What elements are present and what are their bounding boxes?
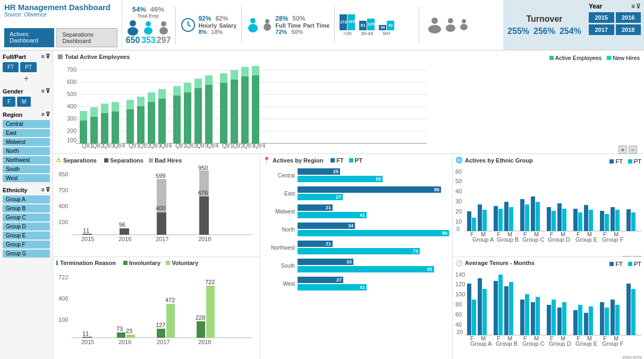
actives-region-title: Actives by Region — [273, 157, 323, 164]
chart-expand-btn[interactable]: + — [618, 146, 627, 154]
svg-text:Qtr4: Qtr4 — [114, 142, 125, 149]
ethnicity-group-d[interactable]: Group D — [3, 223, 50, 230]
svg-rect-135 — [472, 218, 476, 231]
year-2015[interactable]: 2015 — [589, 12, 614, 23]
svg-rect-77 — [241, 67, 249, 76]
ethnicity-filter-icon[interactable]: ≡ — [41, 186, 45, 193]
fullpart-ft-btn[interactable]: FT — [3, 62, 19, 72]
ethnicity-group-f[interactable]: Group F — [3, 241, 50, 249]
svg-text:100: 100 — [58, 219, 68, 225]
svg-text:80: 80 — [455, 301, 462, 307]
svg-rect-37 — [101, 113, 108, 143]
ethnicity-group-a[interactable]: Group A — [3, 195, 50, 203]
svg-rect-116 — [157, 329, 165, 338]
ft-pct: 28% — [275, 15, 288, 22]
svg-point-10 — [264, 23, 271, 31]
ethnicity-group-c[interactable]: Group C — [3, 213, 50, 221]
region-midwest[interactable]: Midwest — [3, 138, 50, 146]
warning-icon: ⚠ — [56, 157, 61, 164]
svg-rect-202 — [531, 302, 535, 335]
svg-rect-156 — [552, 211, 556, 231]
gender-funnel-icon[interactable]: ⊽ — [46, 88, 50, 95]
svg-rect-224 — [615, 305, 620, 335]
region-row-north: North 34 90 — [263, 223, 450, 236]
region-central[interactable]: Central — [3, 120, 50, 128]
info-icon: ℹ — [56, 260, 58, 267]
svg-text:228: 228 — [196, 314, 205, 321]
source-label: Source: Obvience — [4, 12, 117, 18]
svg-rect-79 — [252, 75, 259, 143]
count-total: 650 — [126, 36, 140, 45]
region-funnel-icon[interactable]: ⊽ — [46, 111, 50, 118]
svg-rect-222 — [605, 307, 609, 335]
year-2016[interactable]: 2016 — [616, 12, 641, 23]
svg-rect-80 — [252, 66, 259, 75]
svg-text:200: 200 — [67, 127, 77, 134]
svg-rect-157 — [557, 203, 562, 231]
svg-rect-47 — [137, 106, 145, 143]
svg-text:Group B: Group B — [496, 340, 518, 347]
year-2018[interactable]: 2018 — [616, 24, 641, 35]
tab-separations[interactable]: Separations Dashboard — [56, 28, 117, 47]
turnover-val1: 255% — [507, 27, 529, 36]
svg-rect-88 — [82, 234, 92, 235]
svg-text:400: 400 — [58, 295, 68, 302]
svg-rect-74 — [231, 70, 238, 80]
turnover-title: Turnover — [526, 14, 562, 24]
legend-active: Active Employees — [555, 55, 601, 61]
ethnicity-funnel-icon[interactable]: ⊽ — [46, 186, 50, 193]
region-west[interactable]: West — [3, 174, 50, 182]
region-south[interactable]: South — [3, 165, 50, 173]
gender-section: Gender ≡ ⊽ F M — [3, 88, 50, 107]
svg-rect-136 — [478, 204, 482, 231]
svg-rect-71 — [220, 73, 227, 83]
region-filter-icon[interactable]: ≡ — [41, 111, 45, 118]
gender-f-btn[interactable]: F — [3, 97, 15, 107]
ethnicity-section: Ethnicity ≡ ⊽ Group A Group B Group C Gr… — [3, 186, 50, 258]
svg-text:140: 140 — [455, 271, 465, 278]
filter-icon[interactable]: ⊽ — [636, 3, 641, 10]
region-row-northwest: Northwest 21 73 — [263, 241, 450, 254]
tenure-pt-legend: PT — [634, 261, 641, 267]
svg-rect-209 — [557, 307, 562, 335]
svg-rect-150 — [531, 196, 535, 231]
fullpart-pt-btn[interactable]: PT — [20, 62, 37, 72]
svg-text:2016: 2016 — [118, 236, 131, 242]
svg-rect-149 — [525, 204, 529, 231]
svg-rect-151 — [536, 202, 540, 231]
svg-rect-207 — [547, 305, 551, 335]
svg-text:Group A: Group A — [472, 236, 494, 243]
svg-rect-111 — [117, 332, 125, 338]
region-row-west: West 27 41 — [263, 277, 450, 290]
ethnicity-group-g[interactable]: Group G — [3, 250, 50, 258]
tenure-expand[interactable]: + — [623, 356, 631, 360]
parttime-label: Part Time — [303, 22, 329, 29]
svg-rect-148 — [520, 199, 524, 231]
count-gray: 297 — [157, 36, 171, 45]
svg-rect-194 — [498, 275, 503, 335]
list-icon[interactable]: ≡ — [631, 3, 635, 10]
tab-actives[interactable]: Actives Dashboard — [4, 28, 54, 47]
svg-rect-38 — [101, 104, 108, 113]
ethnicity-group-b[interactable]: Group B — [3, 204, 50, 212]
region-northwest[interactable]: Northwest — [3, 156, 50, 164]
region-east[interactable]: East — [3, 129, 50, 137]
svg-rect-215 — [578, 305, 582, 335]
gender-m-btn[interactable]: M — [17, 97, 31, 107]
svg-rect-35 — [90, 107, 98, 117]
svg-text:20: 20 — [456, 329, 463, 335]
dashboard-title: HR Management Dashboard — [4, 3, 117, 12]
chart-collapse-btn[interactable]: − — [629, 146, 637, 154]
year-2017[interactable]: 2017 — [589, 24, 614, 35]
fullpart-filter-icon[interactable]: ≡ — [41, 53, 45, 60]
svg-rect-94 — [157, 212, 166, 235]
plus-icon-fullpart[interactable]: + — [3, 74, 50, 83]
gender-filter-icon[interactable]: ≡ — [41, 88, 45, 95]
fullpart-funnel-icon[interactable]: ⊽ — [46, 53, 50, 60]
ethnicity-group-e[interactable]: Group E — [3, 232, 50, 240]
svg-text:100: 100 — [67, 137, 77, 143]
svg-text:11: 11 — [83, 227, 89, 234]
tenure-collapse[interactable]: − — [633, 356, 641, 360]
region-north[interactable]: North — [3, 147, 50, 155]
svg-text:2018: 2018 — [198, 339, 211, 345]
